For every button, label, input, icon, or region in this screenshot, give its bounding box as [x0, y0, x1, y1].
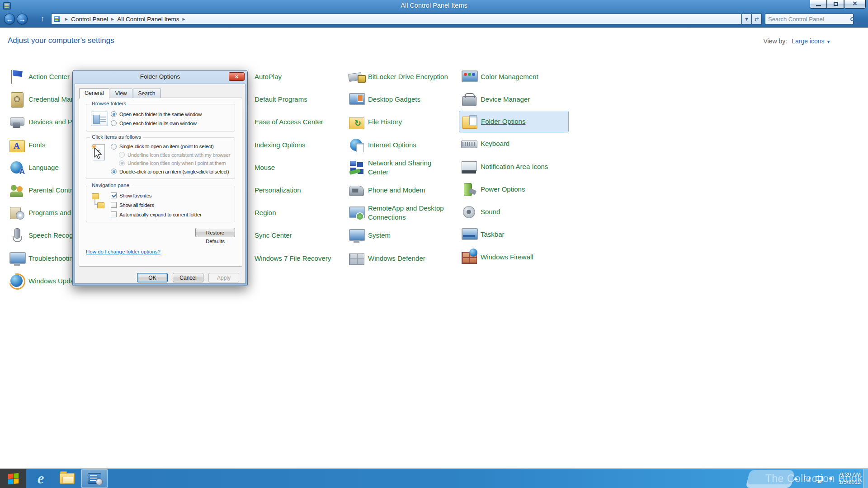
view-by-label: View by: [764, 38, 788, 45]
restore-defaults-button[interactable]: Restore Defaults [195, 228, 235, 237]
control-panel-item[interactable]: Ease of Access Center [255, 111, 331, 133]
control-panel-item[interactable]: Notification Area Icons [460, 155, 569, 178]
item-label: Region [255, 208, 276, 217]
control-panel-item[interactable]: Color Management [460, 66, 569, 88]
control-panel-item[interactable]: Phone and Modem [348, 179, 448, 202]
parental-controls-icon [8, 182, 25, 199]
breadcrumb-item[interactable]: Control Panel [71, 16, 108, 23]
option-label: Double-click to open an item (single-cli… [119, 169, 229, 174]
control-panel-item[interactable]: Personalization [255, 179, 331, 202]
control-panel-item[interactable]: Sound [460, 201, 569, 223]
dialog-close-button[interactable]: × [229, 72, 245, 81]
windows-flag-icon [8, 473, 19, 484]
item-label: Personalization [255, 186, 301, 195]
search-input[interactable] [765, 16, 850, 23]
start-button[interactable] [0, 469, 26, 488]
radio-button[interactable] [111, 144, 117, 150]
chevron-down-icon: ▼ [826, 40, 830, 44]
control-panel-item[interactable]: Keyboard [460, 132, 569, 155]
radio-button[interactable] [111, 120, 117, 126]
taskbar-file-explorer[interactable] [55, 469, 79, 488]
hidden-icons-icon[interactable] [793, 477, 798, 480]
folder-options-icon [461, 113, 478, 130]
tab-general[interactable]: General [79, 88, 109, 99]
view-by-value[interactable]: Large icons ▼ [792, 38, 830, 45]
control-panel-item[interactable]: Mouse [255, 156, 331, 179]
control-panel-item[interactable]: Internet Options [348, 134, 448, 156]
radio-option[interactable]: Open each folder in the same window [111, 111, 232, 118]
control-panel-item[interactable]: Desktop Gadgets [348, 88, 448, 111]
file-explorer-icon [60, 473, 75, 484]
color-management-icon [460, 68, 477, 85]
checkbox-checked[interactable] [111, 192, 117, 198]
checkbox[interactable] [111, 211, 117, 217]
internet-options-icon [348, 136, 365, 154]
breadcrumb-separator-icon: ▶ [62, 17, 71, 21]
radio-button-selected [119, 160, 125, 166]
tab-search[interactable]: Search [133, 89, 161, 98]
control-panel-item[interactable]: Taskbar [460, 223, 569, 246]
refresh-button[interactable]: ⇄ [752, 14, 762, 24]
control-panel-item[interactable]: RemoteApp and Desktop Connections [348, 202, 448, 224]
control-panel-item[interactable]: Windows Defender [348, 247, 448, 270]
up-button[interactable]: ↑ [38, 14, 47, 23]
control-panel-item[interactable]: Region [255, 202, 331, 224]
control-panel-item[interactable]: Indexing Options [255, 134, 331, 156]
item-label: Sound [481, 207, 500, 216]
taskbar-control-panel-active[interactable] [81, 469, 108, 488]
radio-button-selected[interactable] [111, 111, 117, 117]
taskbar-internet-explorer[interactable]: e [29, 469, 52, 488]
close-icon: × [853, 0, 857, 7]
network-icon[interactable] [816, 476, 823, 481]
taskbar-clock[interactable]: 9:39 AM 1/5/2012 [839, 471, 861, 486]
items-column-2: AutoPlayDefault ProgramsEase of Access C… [255, 66, 331, 270]
action-center-icon[interactable] [804, 476, 810, 481]
radio-button-selected[interactable] [111, 169, 117, 174]
tab-view[interactable]: View [110, 89, 132, 98]
control-panel-item[interactable]: Sync Center [255, 224, 331, 247]
keyboard-icon [460, 135, 477, 152]
window-title: All Control Panel Items [0, 2, 868, 9]
item-label: Language [28, 163, 59, 172]
control-panel-item[interactable]: Device Manager [460, 88, 569, 111]
checkbox[interactable] [111, 202, 117, 208]
checkbox-option[interactable]: Automatically expand to current folder [111, 211, 232, 218]
help-link[interactable]: How do I change folder options? [86, 249, 160, 254]
radio-option[interactable]: Open each folder in its own window [111, 120, 232, 127]
dialog-title: Folder Options [73, 70, 247, 84]
restore-button[interactable] [827, 0, 844, 9]
control-panel-item[interactable]: Folder Options [459, 111, 569, 132]
address-dropdown-button[interactable]: ▼ [742, 14, 752, 24]
back-button[interactable]: ← [4, 14, 15, 24]
radio-option[interactable]: Double-click to open an item (single-cli… [111, 168, 232, 175]
item-label: Default Programs [255, 95, 307, 104]
apply-button[interactable]: Apply [208, 273, 239, 282]
forward-button[interactable]: → [17, 14, 28, 24]
control-panel-item[interactable]: File History [348, 111, 448, 133]
breadcrumb-item[interactable]: All Control Panel Items [117, 16, 179, 23]
control-panel-icon [54, 16, 60, 22]
view-by: View by: Large icons ▼ [764, 38, 830, 45]
control-panel-item[interactable]: Windows 7 File Recovery [255, 247, 331, 270]
control-panel-item[interactable]: System [348, 224, 448, 247]
control-panel-item[interactable]: BitLocker Drive Encryption [348, 66, 448, 88]
control-panel-item[interactable]: AutoPlay [255, 66, 331, 88]
item-label: Taskbar [481, 230, 505, 239]
breadcrumb[interactable]: ▶Control Panel▶All Control Panel Items▶ [51, 14, 742, 24]
dialog-tabs: GeneralViewSearch [79, 88, 161, 98]
control-panel-item[interactable]: Windows Firewall [460, 246, 569, 268]
cancel-button[interactable]: Cancel [173, 273, 203, 282]
close-button[interactable]: × [844, 0, 866, 9]
ok-button[interactable]: OK [137, 273, 168, 282]
volume-icon[interactable] [829, 476, 832, 481]
browse-folders-group: Browse folders Open each folder in the s… [86, 104, 235, 131]
checkbox-option[interactable]: Show favorites [111, 192, 232, 199]
minimize-button[interactable] [810, 0, 827, 9]
radio-option[interactable]: Single-click to open an item (point to s… [111, 143, 232, 150]
control-panel-item[interactable]: Network and Sharing Center [348, 156, 448, 179]
control-panel-item[interactable]: Power Options [460, 178, 569, 201]
checkbox-option[interactable]: Show all folders [111, 202, 232, 209]
show-desktop-button[interactable] [863, 469, 868, 488]
item-label: Indexing Options [255, 141, 306, 150]
control-panel-item[interactable]: Default Programs [255, 88, 331, 111]
